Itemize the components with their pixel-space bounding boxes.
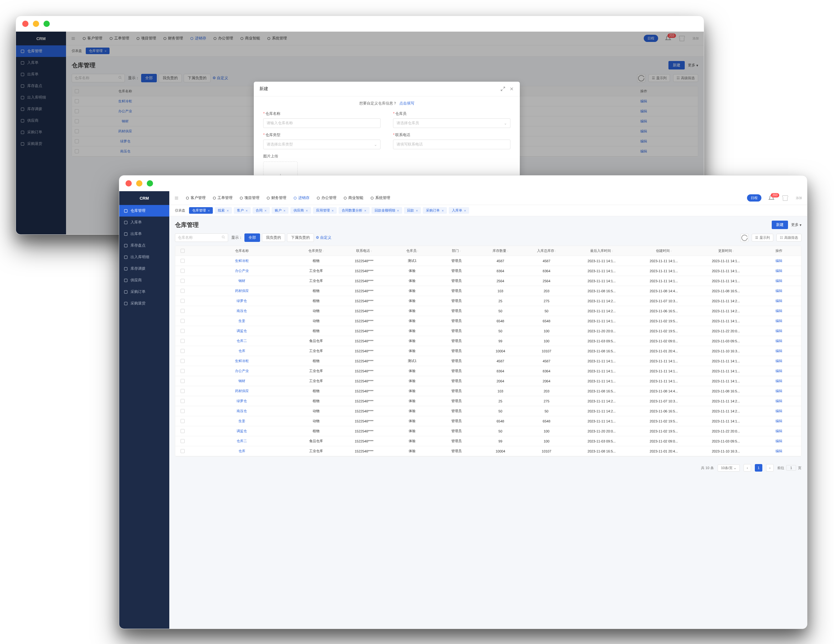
- row-checkbox[interactable]: [181, 269, 185, 273]
- refresh-icon[interactable]: [740, 234, 748, 242]
- tab-chip-10[interactable]: 采购订单×: [423, 207, 446, 214]
- new-button[interactable]: 新建: [668, 61, 685, 69]
- sidebar-item-1[interactable]: 入库单: [119, 216, 169, 228]
- cell-name[interactable]: 办公产业: [81, 107, 169, 116]
- topnav-item-6[interactable]: 商业智能: [343, 195, 363, 200]
- filter-custom[interactable]: ⚙ 自定义: [212, 76, 228, 81]
- sidebar-item-4[interactable]: 出入库明细: [119, 251, 169, 263]
- col-header-3[interactable]: 仓库员↕: [390, 246, 434, 256]
- cell-name[interactable]: 生鲜冷柜: [190, 356, 294, 366]
- topnav-item-2[interactable]: 项目管理: [239, 195, 259, 200]
- sidebar-item-5[interactable]: 库存调拨: [16, 103, 66, 115]
- topnav-item-7[interactable]: 系统管理: [370, 195, 390, 200]
- add-label[interactable]: 添加: [796, 196, 802, 200]
- sidebar-item-6[interactable]: 供应商: [16, 115, 66, 126]
- row-checkbox[interactable]: [181, 369, 185, 373]
- row-checkbox[interactable]: [181, 379, 185, 383]
- sidebar-item-8[interactable]: 采购退货: [119, 298, 169, 309]
- row-checkbox[interactable]: [75, 99, 79, 103]
- field-phone-input[interactable]: 请填写联系电话: [393, 140, 511, 149]
- row-checkbox[interactable]: [181, 429, 185, 433]
- advanced-filter-btn[interactable]: ☷ 高级筛选: [776, 234, 802, 242]
- add-label[interactable]: 添加: [693, 36, 699, 41]
- modal-hint-link[interactable]: 点击填写: [399, 101, 414, 105]
- more-button[interactable]: 更多 ▾: [688, 63, 698, 68]
- cell-name[interactable]: 调监仓: [190, 426, 294, 436]
- edit-link[interactable]: 编辑: [757, 286, 801, 296]
- field-type-select[interactable]: 请选择出库类型⌄: [263, 140, 381, 149]
- cell-name[interactable]: 钢材: [81, 116, 169, 126]
- page-size-select[interactable]: 10条/页 ⌄: [718, 464, 740, 471]
- edit-link[interactable]: 编辑: [757, 366, 801, 376]
- row-checkbox[interactable]: [181, 389, 185, 393]
- topnav-item-3[interactable]: 财务管理: [163, 36, 183, 41]
- minimize-dot[interactable]: [136, 180, 142, 187]
- topnav-item-3[interactable]: 财务管理: [266, 195, 286, 200]
- tab-chip-2[interactable]: 客户×: [234, 207, 251, 214]
- expand-icon[interactable]: [500, 86, 506, 91]
- topnav-item-4[interactable]: 进销存: [190, 36, 206, 41]
- advanced-filter-btn[interactable]: ☷ 高级筛选: [673, 74, 698, 82]
- topnav-item-7[interactable]: 系统管理: [267, 36, 287, 41]
- cell-name[interactable]: 仓库: [190, 346, 294, 356]
- close-icon[interactable]: ×: [364, 209, 366, 213]
- prev-page[interactable]: ‹: [743, 464, 751, 471]
- sidebar-item-1[interactable]: 入库单: [16, 57, 66, 69]
- col-header-2[interactable]: 联系电话↕: [338, 246, 390, 256]
- col-header-8[interactable]: 创建时间↕: [633, 246, 695, 256]
- cell-name[interactable]: 钢材: [190, 276, 294, 286]
- row-checkbox[interactable]: [181, 359, 185, 363]
- cell-name[interactable]: 仓库二: [190, 436, 294, 446]
- edit-link[interactable]: 编辑: [757, 326, 801, 336]
- cell-name[interactable]: 药材供应: [190, 286, 294, 296]
- close-icon[interactable]: ×: [283, 209, 285, 213]
- minimize-dot[interactable]: [33, 21, 39, 27]
- row-checkbox[interactable]: [181, 289, 185, 293]
- topnav-item-4[interactable]: 进销存: [293, 195, 309, 200]
- sidebar-item-3[interactable]: 库存盘点: [119, 240, 169, 251]
- storefront-icon[interactable]: [781, 194, 789, 202]
- tab-chip-3[interactable]: 合同×: [252, 207, 270, 214]
- edit-link[interactable]: 编辑: [757, 276, 801, 286]
- hamburger-icon[interactable]: [71, 36, 76, 41]
- edit-link[interactable]: 编辑: [757, 406, 801, 416]
- filter-sub[interactable]: 下属负责的: [287, 234, 314, 242]
- new-button[interactable]: 新建: [772, 221, 788, 229]
- row-checkbox[interactable]: [75, 119, 79, 123]
- edit-link[interactable]: 编辑: [757, 426, 801, 436]
- display-columns-btn[interactable]: ☰ 显示列: [752, 234, 773, 242]
- cell-name[interactable]: 南压仓: [81, 147, 169, 157]
- more-button[interactable]: 更多 ▾: [791, 222, 802, 228]
- row-checkbox[interactable]: [181, 309, 185, 313]
- edit-link[interactable]: 编辑: [757, 376, 801, 386]
- edit-link[interactable]: 编辑: [589, 96, 698, 107]
- topnav-item-2[interactable]: 项目管理: [136, 36, 156, 41]
- maximize-dot[interactable]: [44, 21, 50, 27]
- tab-chip-7[interactable]: 合同数量分析×: [339, 207, 369, 214]
- sidebar-item-3[interactable]: 库存盘点: [16, 80, 66, 92]
- close-icon[interactable]: ×: [464, 209, 466, 213]
- cell-name[interactable]: 绿萝仓: [190, 396, 294, 406]
- cell-name[interactable]: 生姜: [190, 416, 294, 426]
- col-header-1[interactable]: 仓库类型↕: [294, 246, 338, 256]
- edit-link[interactable]: 编辑: [757, 416, 801, 426]
- field-keeper-select[interactable]: 请选择仓库员⌄: [393, 118, 511, 128]
- row-checkbox[interactable]: [75, 139, 79, 143]
- search-input[interactable]: 仓库名称: [72, 74, 125, 82]
- edit-link[interactable]: 编辑: [589, 136, 698, 147]
- close-icon[interactable]: ×: [264, 209, 266, 213]
- home-tab[interactable]: 仪表盘: [173, 207, 187, 214]
- row-checkbox[interactable]: [181, 439, 185, 443]
- tab-chip-4[interactable]: 账户×: [272, 207, 289, 214]
- edit-link[interactable]: 编辑: [589, 107, 698, 116]
- sidebar-item-7[interactable]: 采购订单: [119, 286, 169, 298]
- sidebar-item-6[interactable]: 供应商: [119, 274, 169, 286]
- edit-link[interactable]: 编辑: [589, 116, 698, 126]
- sidebar-item-2[interactable]: 出库单: [16, 69, 66, 80]
- filter-all[interactable]: 全部: [141, 74, 157, 82]
- row-checkbox[interactable]: [181, 419, 185, 423]
- edit-link[interactable]: 编辑: [757, 446, 801, 456]
- cell-name[interactable]: 调监仓: [190, 326, 294, 336]
- sidebar-item-0[interactable]: 仓库管理: [119, 205, 169, 216]
- page-1[interactable]: 1: [755, 464, 762, 471]
